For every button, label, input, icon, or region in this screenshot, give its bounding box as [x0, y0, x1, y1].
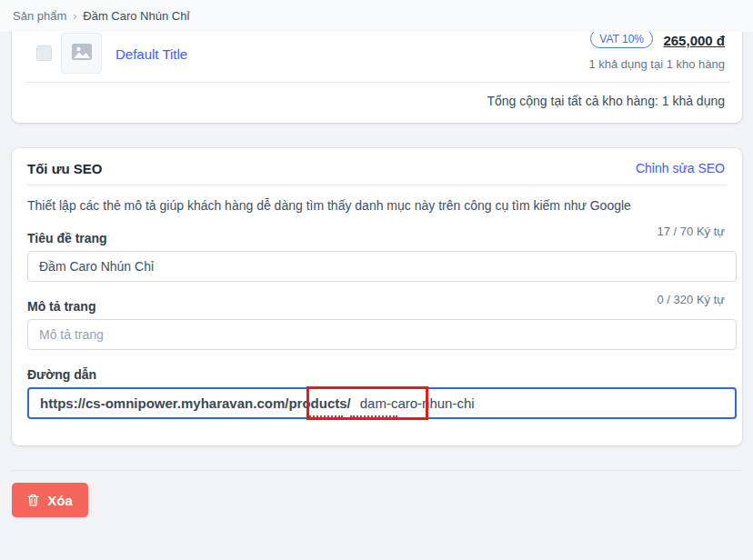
- variant-availability: 1 khả dụng tại 1 kho hàng: [588, 57, 725, 71]
- breadcrumb-current: Đầm Caro Nhún Chỉ: [83, 9, 189, 23]
- seo-description: Thiết lập các thẻ mô tả giúp khách hàng …: [27, 198, 631, 213]
- image-placeholder-icon: [71, 43, 93, 65]
- url-slug[interactable]: dam-caro-nhun-chi: [360, 395, 475, 411]
- variant-thumbnail[interactable]: [61, 33, 102, 74]
- seo-divider: [27, 185, 727, 185]
- url-prefix: https://cs-omnipower.myharavan.com/produ…: [40, 395, 351, 411]
- spellcheck-underline: [306, 415, 343, 417]
- variant-name-link[interactable]: Default Title: [115, 46, 187, 62]
- breadcrumb: Sản phẩm › Đầm Caro Nhún Chỉ: [0, 0, 753, 32]
- variant-divider: [25, 82, 729, 83]
- page-title-label: Tiêu đề trang: [27, 231, 107, 245]
- delete-button-label: Xóa: [47, 493, 73, 508]
- url-path-label: Đường dẫn: [27, 367, 96, 382]
- edit-seo-link[interactable]: Chỉnh sửa SEO: [636, 161, 725, 175]
- seo-card: Tối ưu SEO Chỉnh sửa SEO Thiết lập các t…: [12, 148, 742, 445]
- page-description-input[interactable]: [27, 319, 737, 350]
- seo-card-title: Tối ưu SEO: [27, 161, 103, 176]
- trash-icon: [27, 494, 39, 506]
- delete-button[interactable]: Xóa: [12, 483, 88, 517]
- variant-price[interactable]: 265,000 đ: [663, 33, 725, 48]
- page-description-label: Mô tả trang: [27, 299, 95, 314]
- variant-checkbox[interactable]: [36, 45, 52, 61]
- vat-badge: VAT 10%: [590, 29, 653, 48]
- page-description-counter: 0 / 320 Ký tự: [658, 293, 725, 306]
- inventory-total: Tổng cộng tại tất cả kho hàng: 1 khả dụn…: [487, 94, 725, 108]
- footer-divider: [12, 470, 741, 471]
- breadcrumb-parent[interactable]: Sản phẩm: [13, 9, 66, 23]
- page-title-input[interactable]: [27, 251, 737, 282]
- spellcheck-underline: [350, 415, 397, 417]
- breadcrumb-separator-icon: ›: [73, 10, 76, 23]
- page-title-counter: 17 / 70 Ký tự: [658, 225, 725, 238]
